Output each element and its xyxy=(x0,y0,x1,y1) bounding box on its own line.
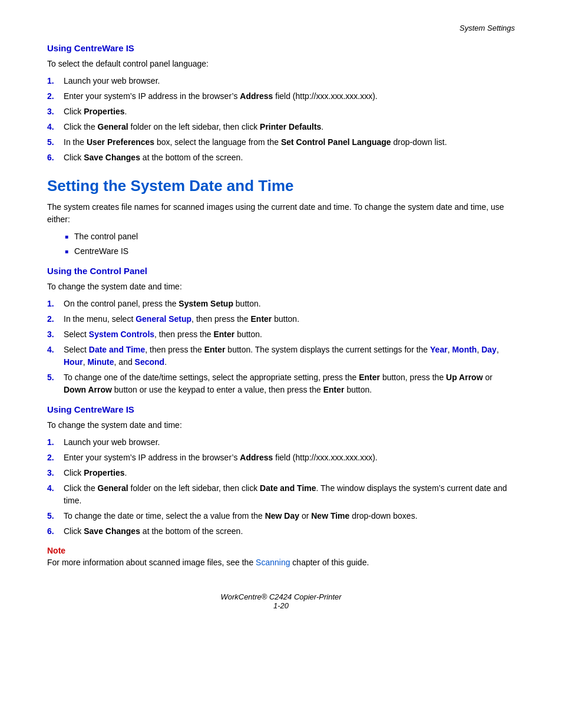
section-centreware-top: Using CentreWare IS To select the defaul… xyxy=(47,43,515,164)
blue-bold-text: Minute xyxy=(87,357,114,367)
list-item: 5. To change one of the date/time settin… xyxy=(47,371,515,396)
bold-text: New Time xyxy=(311,511,349,521)
section-control-panel: Using the Control Panel To change the sy… xyxy=(47,266,515,396)
list-item: 4. Click the General folder on the left … xyxy=(47,121,515,133)
step-num: 6. xyxy=(47,151,64,164)
bold-text: Address xyxy=(240,91,273,101)
list-item: 1. On the control panel, press the Syste… xyxy=(47,298,515,310)
step-num: 3. xyxy=(47,328,64,341)
step-content: Click Save Changes at the bottom of the … xyxy=(64,151,515,164)
step-content: In the menu, select General Setup, then … xyxy=(64,313,515,325)
list-item: 3. Click Properties. xyxy=(47,467,515,479)
section-centreware-bottom: Using CentreWare IS To change the system… xyxy=(47,404,515,538)
list-item: 6. Click Save Changes at the bottom of t… xyxy=(47,525,515,538)
list-item: 5. In the User Preferences box, select t… xyxy=(47,136,515,149)
list-item: 5. To change the date or time, select th… xyxy=(47,510,515,522)
section3-title: Using CentreWare IS xyxy=(47,404,515,414)
list-item: 1. Launch your web browser. xyxy=(47,436,515,449)
step-content: On the control panel, press the System S… xyxy=(64,298,515,310)
list-item: 3. Click Properties. xyxy=(47,106,515,118)
step-content: To change the date or time, select the a… xyxy=(64,510,515,522)
bold-text: Enter xyxy=(359,373,380,382)
main-section-title: Setting the System Date and Time xyxy=(47,177,515,195)
bold-text: New Day xyxy=(265,511,299,521)
list-item: 2. Enter your system’s IP address in the… xyxy=(47,90,515,103)
section3-steps: 1. Launch your web browser. 2. Enter you… xyxy=(47,436,515,538)
bold-text: Date and Time xyxy=(260,483,316,493)
bold-text: User Preferences xyxy=(87,137,154,147)
section1-steps: 1. Launch your web browser. 2. Enter you… xyxy=(47,75,515,164)
step-num: 2. xyxy=(47,452,64,464)
step-num: 6. xyxy=(47,525,64,538)
step-content: Click Properties. xyxy=(64,106,515,118)
blue-bold-text: Second xyxy=(135,357,165,367)
list-item: 6. Click Save Changes at the bottom of t… xyxy=(47,151,515,164)
bullet-list: The control panel CentreWare IS xyxy=(65,230,515,258)
step-num: 3. xyxy=(47,467,64,479)
step-content: Enter your system’s IP address in the br… xyxy=(64,452,515,464)
step-num: 3. xyxy=(47,106,64,118)
page-footer: WorkCentre® C2424 Copier-Printer 1-20 xyxy=(47,592,515,610)
step-num: 1. xyxy=(47,298,64,310)
blue-bold-text: Date and Time xyxy=(89,345,145,354)
bold-text: Save Changes xyxy=(84,526,140,536)
section2-title: Using the Control Panel xyxy=(47,266,515,276)
list-item: 1. Launch your web browser. xyxy=(47,75,515,87)
step-num: 5. xyxy=(47,510,64,522)
section1-intro: To select the default control panel lang… xyxy=(47,58,515,70)
bold-text: Up Arrow xyxy=(446,373,482,382)
bullet-text: CentreWare IS xyxy=(74,245,128,258)
step-content: In the User Preferences box, select the … xyxy=(64,136,515,149)
step-num: 5. xyxy=(47,136,64,149)
bold-text: Printer Defaults xyxy=(260,122,321,131)
bold-text: General xyxy=(98,483,128,493)
bold-text: Enter xyxy=(204,345,226,354)
bold-text: Down Arrow xyxy=(64,385,112,394)
main-section-intro: The system creates file names for scanne… xyxy=(47,201,515,226)
note-content: For more information about scanned image… xyxy=(47,556,515,569)
footer-line1: WorkCentre® C2424 Copier-Printer xyxy=(47,592,515,601)
step-num: 1. xyxy=(47,75,64,87)
step-content: Click Properties. xyxy=(64,467,515,479)
step-content: Launch your web browser. xyxy=(64,436,515,449)
step-content: Launch your web browser. xyxy=(64,75,515,87)
step-content: Click Save Changes at the bottom of the … xyxy=(64,525,515,538)
bold-text: Set Control Panel Language xyxy=(281,137,391,147)
blue-bold-text: General Setup xyxy=(135,314,191,324)
section2-steps: 1. On the control panel, press the Syste… xyxy=(47,298,515,396)
step-num: 1. xyxy=(47,436,64,449)
note-text: For more information about scanned image… xyxy=(47,558,256,567)
section3-intro: To change the system date and time: xyxy=(47,419,515,431)
header-title: System Settings xyxy=(459,24,515,32)
page-header: System Settings xyxy=(47,24,515,32)
bold-text: Enter xyxy=(251,314,272,324)
step-num: 5. xyxy=(47,371,64,384)
step-content: Click the General folder on the left sid… xyxy=(64,482,515,507)
list-item: 4. Select Date and Time, then press the … xyxy=(47,344,515,368)
blue-bold-text: Month xyxy=(452,345,477,354)
bold-text: Address xyxy=(240,453,273,462)
step-content: Select System Controls, then press the E… xyxy=(64,328,515,341)
page: System Settings Using CentreWare IS To s… xyxy=(0,0,562,728)
list-item: 3. Select System Controls, then press th… xyxy=(47,328,515,341)
step-content: To change one of the date/time settings,… xyxy=(64,371,515,396)
bold-text: Properties xyxy=(84,107,124,116)
note-link: Scanning xyxy=(256,558,290,567)
section1-title: Using CentreWare IS xyxy=(47,43,515,53)
bold-text: General xyxy=(98,122,128,131)
step-num: 4. xyxy=(47,344,64,356)
bold-text: Enter xyxy=(323,385,345,394)
footer-line2: 1-20 xyxy=(47,601,515,610)
step-content: Enter your system’s IP address in the br… xyxy=(64,90,515,103)
blue-bold-text: Hour xyxy=(64,357,83,367)
step-num: 2. xyxy=(47,90,64,103)
step-content: Click the General folder on the left sid… xyxy=(64,121,515,133)
bold-text: Enter xyxy=(213,330,234,339)
list-item: CentreWare IS xyxy=(65,245,515,258)
blue-bold-text: Day xyxy=(481,345,497,354)
blue-bold-text: Year xyxy=(430,345,448,354)
bold-text: Save Changes xyxy=(84,153,140,162)
step-num: 4. xyxy=(47,482,64,495)
list-item: 2. In the menu, select General Setup, th… xyxy=(47,313,515,325)
list-item: 2. Enter your system’s IP address in the… xyxy=(47,452,515,464)
